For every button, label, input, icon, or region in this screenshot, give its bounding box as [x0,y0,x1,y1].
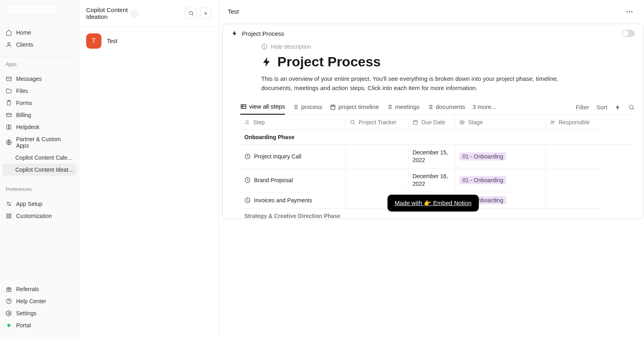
card-icon [6,112,12,118]
embed-notion-badge[interactable]: Made with 👉 Embed Notion [388,195,479,212]
page-icon [244,153,251,160]
nav-helpdesk[interactable]: Helpdesk [0,121,78,133]
svg-rect-4 [6,113,11,117]
more-icon [625,8,634,16]
embed-panel: Project Process Hide description Project… [222,24,644,219]
nav-help-center[interactable]: Help Center [0,295,78,307]
cell-step: Project Inquiry Call [254,153,301,160]
nav-settings[interactable]: Settings [0,307,78,319]
col-stage[interactable]: Stage [455,115,546,130]
hide-description-button[interactable]: Hide description [261,43,635,54]
status-icon [459,119,465,125]
embed-badge-label: Made with 👉 Embed Notion [395,199,472,207]
page-icon [244,197,251,203]
nav-files[interactable]: Files [0,85,78,97]
user-icon [6,41,12,48]
panel-breadcrumb[interactable]: Project Process [242,30,618,37]
main-header: Test [219,0,644,23]
sliders-icon [6,201,12,207]
nav-clients[interactable]: Clients [0,39,78,51]
tab-label: process [301,103,322,110]
nav-referrals[interactable]: Referrals [0,283,78,295]
col-due[interactable]: Due Date [409,115,455,130]
panel-body: Hide description Project Process This is… [223,40,644,219]
svg-point-13 [6,299,11,304]
bolt-icon [615,104,621,111]
bolt-icon [261,56,272,68]
table-row[interactable]: Brand Proposal December 16, 2022 01 - On… [240,168,635,192]
tab-label: 3 more... [473,103,496,110]
panel-toggle[interactable] [622,30,635,37]
svg-point-0 [8,43,10,45]
col-step[interactable]: Step [240,115,346,130]
gift-icon [6,286,12,292]
nav-label: Forms [16,100,32,106]
nav-billing[interactable]: Billing [0,109,78,121]
table-icon [240,103,247,110]
info-icon[interactable]: i [131,10,138,16]
nav-sub-content-calendar[interactable]: Copilot Content Cale... [0,152,78,164]
table-row[interactable]: Project Inquiry Call December 15, 2022 0… [240,145,635,168]
page-icon [244,177,251,183]
main-header-title: Test [228,8,624,15]
search-button[interactable] [186,8,197,19]
nav-label: Helpdesk [16,124,39,130]
globe-icon [6,139,12,146]
page-description: This is an overview of your entire proje… [261,74,559,92]
cell-due: December 15, 2022 [413,149,451,164]
col-responsible[interactable]: Responsible [546,115,602,130]
nav-messages[interactable]: Messages [0,73,78,85]
nav-portal[interactable]: Portal [0,319,78,331]
svg-point-18 [631,11,632,12]
nav-app-setup[interactable]: App Setup [0,198,78,210]
svg-rect-8 [7,214,8,216]
table-search-button[interactable] [628,104,635,111]
add-button[interactable] [200,8,211,19]
plus-icon [203,10,208,16]
people-icon [550,119,555,125]
nav-label: Billing [16,112,31,118]
nav-label: Customization [16,213,52,219]
prefs-section-label: Preferences [0,184,78,195]
svg-point-28 [553,121,554,122]
automations-button[interactable] [615,104,621,111]
tab-documents[interactable]: documents [427,100,465,114]
nav-customization[interactable]: Customization [0,210,78,222]
help-icon [6,298,12,304]
page-title: Project Process [277,54,381,70]
apps-section-label: Apps [0,59,78,70]
search-icon [188,10,194,16]
tab-project-timeline[interactable]: project timeline [330,100,379,114]
group-onboarding[interactable]: Onboarding Phase [240,130,635,145]
nav-partner-apps[interactable]: Partner & Custom Apps [0,133,78,152]
clipboard-icon [6,100,12,106]
col-tracker[interactable]: Project Tracker [346,115,409,130]
nav-label: Partner & Custom Apps [16,136,73,149]
client-list-header: Copilot Content Ideation i [79,0,219,27]
svg-rect-9 [9,214,11,216]
nav-home[interactable]: Home [0,27,78,39]
nav-label: Home [16,29,31,36]
nav-label: Clients [16,41,33,48]
hide-description-label: Hide description [271,43,311,50]
svg-rect-11 [9,216,11,218]
nav-forms[interactable]: Forms [0,97,78,109]
stage-pill: 01 - Onboarding [459,152,506,160]
client-item[interactable]: T Test [79,27,219,55]
search-icon [628,104,635,111]
tab-process[interactable]: process [292,100,322,114]
nav-sub-content-ideation[interactable]: Copilot Content Ideat... [2,164,76,176]
tab-more[interactable]: 3 more... [473,100,496,114]
logo-placeholder [6,4,58,15]
list-icon [386,104,393,110]
client-list-title: Copilot Content Ideation [86,6,128,20]
sidebar: Home Clients Apps Messages Files Forms B… [0,0,79,337]
filter-button[interactable]: Filter [576,104,589,111]
tab-view-all-steps[interactable]: view all steps [240,100,285,115]
svg-rect-21 [330,105,335,109]
more-button[interactable] [624,6,635,17]
sort-button[interactable]: Sort [596,104,607,111]
svg-point-26 [461,121,463,123]
table-header: Step Project Tracker Due Date Stage [240,115,635,130]
tab-meetings[interactable]: meetings [386,100,420,114]
